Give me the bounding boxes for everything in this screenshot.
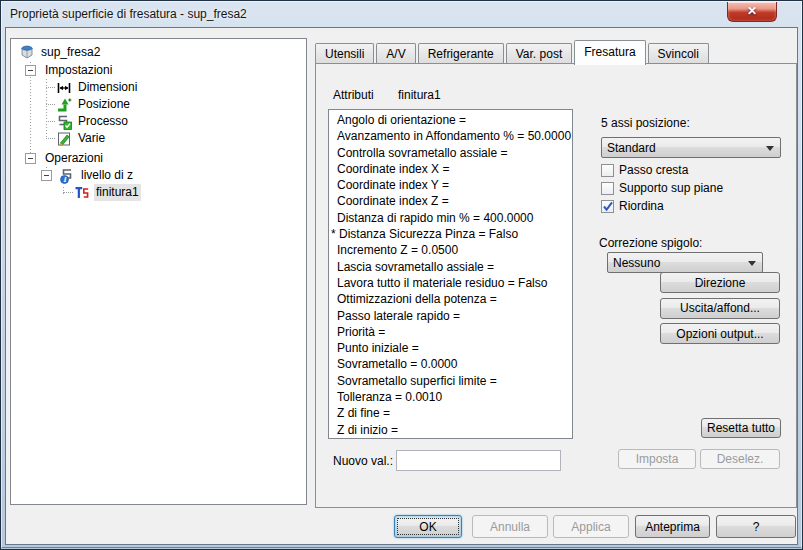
operation-tree[interactable]: sup_fresa2ImpostazioniDimensioniPosizion…: [10, 38, 307, 505]
dimensions-icon: [56, 80, 72, 96]
cube-icon: [19, 44, 35, 60]
attributes-label: Attributi: [333, 88, 374, 102]
attribute-row[interactable]: Sovrametallo = 0.0000: [329, 356, 572, 372]
checkbox-supporto-sup-piane[interactable]: Supporto sup piane: [601, 180, 723, 196]
tab-var-post[interactable]: Var. post: [506, 43, 572, 64]
tree-item-sup-fresa2[interactable]: sup_fresa2: [11, 42, 306, 62]
dropdown-arrow-icon: [748, 261, 756, 266]
help-button[interactable]: ?: [716, 515, 796, 538]
tree-item-label: finitura1: [94, 184, 141, 201]
window-title: Proprietà superficie di fresatura - sup_…: [10, 7, 247, 21]
annulla-button[interactable]: Annulla: [472, 515, 548, 538]
checkbox-riordina[interactable]: Riordina: [601, 198, 664, 214]
dialog-body: sup_fresa2ImpostazioniDimensioniPosizion…: [5, 27, 798, 545]
tab-page-fresatura: Attributi finitura1 Angolo di orientazio…: [315, 63, 797, 508]
corner-correction-dropdown[interactable]: Nessuno: [607, 252, 763, 273]
tree-connector: [46, 87, 55, 88]
checkbox-label: Passo cresta: [619, 163, 688, 177]
close-button[interactable]: ✕: [727, 2, 777, 22]
tree-collapse-toggle[interactable]: [25, 153, 36, 164]
anteprima-button[interactable]: Anteprima: [635, 515, 710, 538]
tree-item-label: Operazioni: [43, 150, 105, 167]
tab-fresatura[interactable]: Fresatura: [574, 40, 645, 65]
attribute-row[interactable]: Punto iniziale =: [329, 340, 572, 356]
uscita-affond-button[interactable]: Uscita/affond...: [660, 298, 780, 319]
tab-utensili[interactable]: Utensili: [315, 43, 374, 64]
tree-item-livello-di-z[interactable]: ilivello di z: [11, 167, 306, 184]
deselect-button[interactable]: Deselez.: [700, 449, 780, 469]
tree-item-label: Impostazioni: [43, 62, 114, 79]
tree-item-finitura1[interactable]: finitura1: [11, 184, 306, 201]
tree-connector: [63, 192, 73, 193]
opzioni-output-button[interactable]: Opzioni output...: [660, 323, 780, 344]
unchecked-checkbox-icon[interactable]: [601, 164, 614, 177]
tree-item-operazioni[interactable]: Operazioni: [11, 150, 306, 167]
attribute-listbox[interactable]: Angolo di orientazione =Avanzamento in A…: [328, 109, 573, 439]
checkbox-passo-cresta[interactable]: Passo cresta: [601, 162, 688, 178]
tree-item-label: Dimensioni: [76, 79, 139, 96]
attribute-row[interactable]: Lascia sovrametallo assiale =: [329, 259, 572, 275]
tab-strip: UtensiliA/VRefrigeranteVar. postFresatur…: [315, 39, 711, 64]
direzione-button[interactable]: Direzione: [660, 272, 780, 293]
attribute-row[interactable]: Ottimizzazioni della potenza =: [329, 291, 572, 307]
dropdown-arrow-icon: [766, 146, 774, 151]
attribute-row[interactable]: Tolleranza = 0.0010: [329, 389, 572, 405]
reset-all-button[interactable]: Resetta tutto: [701, 418, 781, 438]
dialog-window: Proprietà superficie di fresatura - sup_…: [0, 0, 803, 550]
attribute-row[interactable]: Coordinate index Z =: [329, 193, 572, 209]
tree-connector: [46, 104, 55, 105]
levels-icon: i: [59, 168, 75, 184]
attribute-row[interactable]: Distanza di rapido min % = 400.0000: [329, 210, 572, 226]
attribute-row[interactable]: Incremento Z = 0.0500: [329, 242, 572, 258]
attribute-row[interactable]: Sovrametallo superfici limite =: [329, 373, 572, 389]
attribute-row[interactable]: Passo laterale rapido =: [329, 308, 572, 324]
attribute-row[interactable]: Angolo di orientazione =: [329, 112, 572, 128]
tab-a-v[interactable]: A/V: [376, 43, 415, 64]
new-value-input[interactable]: [396, 450, 561, 471]
tree-item-label: Posizione: [76, 96, 132, 113]
attribute-row[interactable]: Coordinate index Y =: [329, 177, 572, 193]
tree-item-label: livello di z: [79, 167, 135, 184]
finish-icon: [74, 185, 90, 201]
set-button[interactable]: Imposta: [618, 449, 696, 469]
tab-refrigerante[interactable]: Refrigerante: [418, 43, 504, 64]
attribute-row[interactable]: Avanzamento in Affondamento % = 50.0000: [329, 128, 572, 144]
attribute-row[interactable]: Z di inizio =: [329, 422, 572, 438]
unchecked-checkbox-icon[interactable]: [601, 182, 614, 195]
tree-item-processo[interactable]: Processo: [11, 113, 306, 130]
tree-collapse-toggle[interactable]: [25, 65, 36, 76]
tree-item-label: Processo: [76, 113, 130, 130]
applica-button[interactable]: Applica: [553, 515, 629, 538]
corner-correction-label: Correzione spigolo:: [599, 236, 702, 250]
tree-item-posizione[interactable]: Posizione: [11, 96, 306, 113]
attribute-row[interactable]: Coordinate index X =: [329, 161, 572, 177]
tree-item-label: sup_fresa2: [39, 44, 102, 61]
tab-svincoli[interactable]: Svincoli: [648, 43, 709, 64]
axis-position-value: Standard: [607, 141, 656, 155]
attribute-row[interactable]: * Distanza Sicurezza Pinza = Falso: [329, 226, 572, 242]
ok-button[interactable]: OK: [394, 515, 462, 538]
position-icon: [56, 97, 72, 113]
checkbox-label: Riordina: [619, 199, 664, 213]
checkbox-label: Supporto sup piane: [619, 181, 723, 195]
axis-position-dropdown[interactable]: Standard: [601, 137, 781, 158]
attribute-row[interactable]: Z di fine =: [329, 405, 572, 421]
tree-connector: [46, 121, 55, 122]
tree-item-label: Varie: [76, 130, 107, 147]
attributes-operation-name: finitura1: [398, 88, 441, 102]
corner-correction-value: Nessuno: [613, 256, 660, 270]
tree-item-varie[interactable]: Varie: [11, 130, 306, 147]
tree-item-dimensioni[interactable]: Dimensioni: [11, 79, 306, 96]
tree-item-impostazioni[interactable]: Impostazioni: [11, 62, 306, 79]
axis-position-label: 5 assi posizione:: [601, 116, 690, 130]
process-icon: [56, 114, 72, 130]
attribute-row[interactable]: Controlla sovrametallo assiale =: [329, 145, 572, 161]
varie-icon: [56, 131, 72, 147]
tree-collapse-toggle[interactable]: [41, 170, 52, 181]
new-value-label: Nuovo val.:: [333, 454, 393, 468]
checked-checkbox-icon[interactable]: [601, 200, 614, 213]
title-bar: Proprietà superficie di fresatura - sup_…: [1, 1, 802, 26]
tree-connector: [46, 138, 55, 139]
attribute-row[interactable]: Lavora tutto il materiale residuo = Fals…: [329, 275, 572, 291]
attribute-row[interactable]: Priorità =: [329, 324, 572, 340]
